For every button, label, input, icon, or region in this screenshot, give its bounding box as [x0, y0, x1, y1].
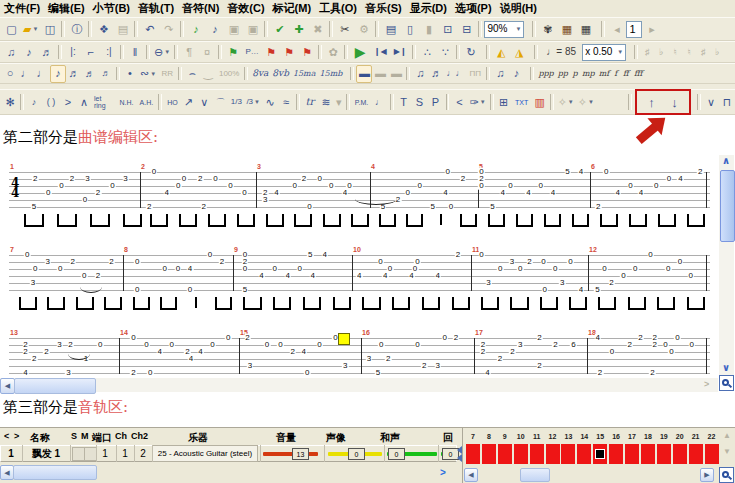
track-hscroll-thumb[interactable]: [13, 465, 97, 480]
insert-bar-button[interactable]: ✚: [289, 20, 308, 38]
vibrato-button[interactable]: ∿: [262, 93, 278, 111]
fit-page-button[interactable]: ⊟: [457, 20, 476, 38]
natural1-button[interactable]: ♮: [668, 43, 682, 61]
prev-page-button[interactable]: ◂: [607, 20, 626, 38]
sharp-button[interactable]: ♯: [640, 43, 654, 61]
grid-measure-cell[interactable]: [466, 444, 480, 464]
insert-beat-button[interactable]: ♪: [186, 20, 205, 38]
new-button[interactable]: ▢: [2, 20, 21, 38]
upstroke-button[interactable]: ⊓: [719, 93, 735, 111]
cut-tool-button[interactable]: ✂: [335, 20, 354, 38]
keyboard-view-button[interactable]: ▦: [576, 20, 595, 38]
menu-item-5[interactable]: 音效(C): [223, 0, 268, 17]
mp-button[interactable]: mp: [580, 65, 597, 83]
grid-measure-cell[interactable]: [625, 444, 639, 464]
metronome2-button[interactable]: ◮: [510, 43, 528, 61]
flat-button[interactable]: ♭: [654, 43, 668, 61]
speed-select[interactable]: x 0.50▼: [582, 44, 626, 61]
tie-button[interactable]: ‿: [200, 65, 216, 83]
score-properties-button[interactable]: ⓘ: [67, 20, 86, 38]
marker-first-button[interactable]: ⚑: [262, 43, 280, 61]
block3-button[interactable]: ▬: [388, 65, 404, 83]
check-duration-button[interactable]: ✔: [270, 20, 289, 38]
enh-flat-button[interactable]: ♭: [710, 43, 724, 61]
bend-button[interactable]: ↗: [180, 93, 196, 111]
grid-measure-cell[interactable]: [641, 444, 655, 464]
play-button[interactable]: ▶: [350, 43, 370, 61]
loop-button[interactable]: ↻: [462, 43, 480, 61]
key-signature-button[interactable]: ⊖▼: [152, 43, 172, 61]
grid-measure-cell[interactable]: [673, 444, 687, 464]
print-button[interactable]: ▤: [113, 20, 132, 38]
grace-button[interactable]: ♪: [26, 93, 42, 111]
play-paw2-button[interactable]: ∵: [436, 43, 454, 61]
next-track-button[interactable]: >: [14, 431, 19, 441]
delete-bar-button[interactable]: ✖: [308, 20, 327, 38]
tab-vscroll-thumb[interactable]: [720, 170, 735, 242]
menu-item-11[interactable]: 说明(H): [496, 0, 541, 17]
beam-split-button[interactable]: ♩♩: [444, 65, 466, 83]
grid-hscroll-thumb[interactable]: [520, 468, 550, 482]
metronome1-button[interactable]: ◭: [492, 43, 510, 61]
repeat-close-button[interactable]: :|: [100, 43, 118, 61]
menu-item-8[interactable]: 音乐(S): [361, 0, 406, 17]
track-scroll-right-button[interactable]: >: [440, 467, 446, 478]
tab-zoom-button[interactable]: [719, 375, 734, 391]
copy-beat-button[interactable]: ▣: [224, 20, 243, 38]
ff-button[interactable]: ff: [620, 65, 631, 83]
grid-measure-cell[interactable]: [498, 444, 512, 464]
let-ring-button[interactable]: let ring: [92, 93, 116, 111]
tremolo-button[interactable]: ≋: [318, 93, 334, 111]
multitrack-view-button[interactable]: ▤: [381, 20, 400, 38]
tab-scroll-up-button[interactable]: ∧: [722, 156, 730, 166]
menu-item-4[interactable]: 音符(N): [178, 0, 223, 17]
dot-button[interactable]: •: [122, 65, 138, 83]
grid-measure-cell[interactable]: [657, 444, 671, 464]
note-group3-button[interactable]: ♬: [38, 43, 56, 61]
menu-item-9[interactable]: 显示(D): [406, 0, 451, 17]
tremolo-menu-button[interactable]: ▾: [334, 93, 344, 111]
thirty2-note-button[interactable]: ♬: [82, 65, 98, 83]
grid-measure-cell[interactable]: [482, 444, 496, 464]
menu-item-6[interactable]: 标记(M): [269, 0, 316, 17]
shift-string-down-button[interactable]: ↓: [663, 93, 686, 111]
tab-scroll-right-button[interactable]: >: [704, 380, 709, 389]
menu-item-3[interactable]: 音轨(T): [134, 0, 178, 17]
sixty4-note-button[interactable]: ♬: [98, 65, 114, 83]
whole-note-button[interactable]: ○: [2, 65, 18, 83]
double-bar-button[interactable]: ‖: [126, 43, 144, 61]
undo-button[interactable]: ↶: [140, 20, 159, 38]
grid-measure-cell[interactable]: [609, 444, 623, 464]
first-bar-button[interactable]: ❙◀: [370, 43, 390, 61]
staccato-button[interactable]: ♩: [372, 93, 388, 111]
slide-menu-button[interactable]: /3▼: [244, 93, 262, 111]
eighth-note-button[interactable]: ♪: [50, 65, 66, 83]
menu-item-7[interactable]: 工具(O): [315, 0, 361, 17]
natural2-button[interactable]: ♮: [682, 43, 696, 61]
accent-button[interactable]: >: [60, 93, 76, 111]
trill-button[interactable]: tr: [302, 93, 318, 111]
chord-diagram-button[interactable]: ⊞: [496, 93, 512, 111]
fretboard-view-button[interactable]: ▦: [557, 20, 576, 38]
track-channel[interactable]: 1: [116, 445, 134, 462]
slide-button[interactable]: 1/3: [228, 93, 244, 111]
hammer-on-button[interactable]: HO: [164, 93, 180, 111]
turn-button[interactable]: ∾▼: [138, 65, 158, 83]
track-number[interactable]: 1: [0, 445, 22, 462]
mf-button[interactable]: mf: [597, 65, 612, 83]
grid-measure-cell[interactable]: [546, 444, 560, 464]
lock-button[interactable]: ¤: [198, 43, 216, 61]
nat-harmonic-button[interactable]: N.H.: [116, 93, 136, 111]
tab-hscroll-thumb[interactable]: [14, 378, 96, 394]
mix-table-button[interactable]: ▥: [532, 93, 548, 111]
ghost-button[interactable]: ( ): [42, 93, 60, 111]
p-button[interactable]: p: [570, 65, 580, 83]
right-hand-button[interactable]: ✧▼: [576, 93, 596, 111]
marker-list-button[interactable]: P…: [242, 43, 262, 61]
quind-up-button[interactable]: 15ma: [291, 65, 318, 83]
next-page-button[interactable]: ▸: [642, 20, 661, 38]
left-hand-button[interactable]: ✧▼: [556, 93, 576, 111]
grid-scroll-down-icon[interactable]: ▼: [723, 447, 731, 456]
palm-mute-button[interactable]: P.M.: [352, 93, 372, 111]
tab-hscrollbar[interactable]: [0, 378, 718, 392]
